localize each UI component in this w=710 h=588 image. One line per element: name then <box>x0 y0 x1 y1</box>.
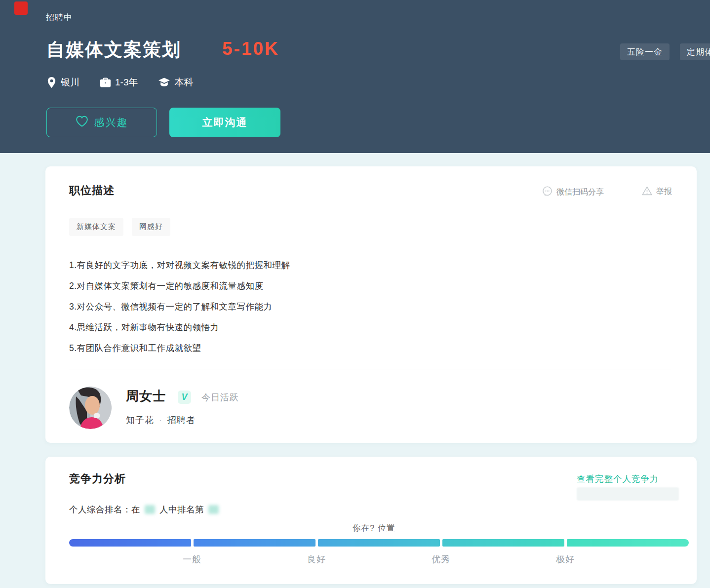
scale-label-excellent: 优秀 <box>432 553 450 565</box>
briefcase-icon <box>100 78 111 87</box>
redacted-total-count <box>145 505 155 514</box>
ranking-text-before: 个人综合排名：在 <box>69 504 140 515</box>
description-line: 2.对自媒体文案策划有一定的敏感度和流量感知度 <box>69 275 290 296</box>
blurred-tooltip-box <box>577 487 679 501</box>
chat-now-button[interactable]: 立即沟通 <box>169 108 280 137</box>
red-marker <box>14 1 28 15</box>
scale-label-outstanding: 极好 <box>556 553 575 565</box>
scale-label-average: 一般 <box>183 553 201 565</box>
recruiter-company-role: 知子花·招聘者 <box>126 414 196 426</box>
job-salary: 5-10K <box>222 39 279 59</box>
dot-separator: · <box>159 415 162 425</box>
location-pin-icon <box>47 77 56 88</box>
skill-tag: 新媒体文案 <box>69 218 123 236</box>
ranking-text-after: 人中排名第 <box>159 504 204 515</box>
personal-ranking-line: 个人综合排名：在 人中排名第 <box>69 504 223 515</box>
job-description-title: 职位描述 <box>69 183 115 198</box>
scale-label-good: 良好 <box>307 553 326 565</box>
scale-segment <box>194 539 316 547</box>
heart-icon <box>76 116 88 130</box>
job-location: 银川 <box>47 76 79 89</box>
scale-segment <box>69 539 191 547</box>
skill-tag: 网感好 <box>132 218 170 236</box>
wechat-share-icon <box>542 186 552 198</box>
report-button[interactable]: 举报 <box>642 186 672 197</box>
interested-button[interactable]: 感兴趣 <box>46 108 157 137</box>
skill-tags: 新媒体文案 网感好 <box>69 218 170 236</box>
recruiter-role: 招聘者 <box>167 415 196 425</box>
benefit-tag-checkup: 定期体检 <box>680 43 710 60</box>
benefit-tag-insurance: 五险一金 <box>620 43 670 60</box>
description-line: 5.有团队合作意识和工作成就欲望 <box>69 338 290 358</box>
section-divider <box>69 369 671 369</box>
competitiveness-title: 竞争力分析 <box>69 471 126 486</box>
job-title: 自媒体文案策划 <box>46 38 181 62</box>
job-detail-page: 招聘中 自媒体文案策划 5-10K 银川 1-3年 本科 <box>0 0 710 588</box>
recruiter-avatar[interactable] <box>69 387 112 429</box>
job-header: 招聘中 自媒体文案策划 5-10K 银川 1-3年 本科 <box>0 0 710 153</box>
job-description-text: 1.有良好的文字功底，对对视频文案有敏锐的把握和理解 2.对自媒体文案策划有一定… <box>69 255 290 358</box>
recruiter-active-status: 今日活跃 <box>201 392 239 403</box>
job-experience-label: 1-3年 <box>115 76 138 89</box>
job-meta-row: 银川 1-3年 本科 <box>47 76 193 89</box>
report-label: 举报 <box>656 187 672 197</box>
competitiveness-scale-bar <box>69 539 689 547</box>
verified-badge-icon: V <box>178 391 191 404</box>
job-location-label: 银川 <box>61 76 79 89</box>
description-line: 3.对公众号、微信视频有一定的了解和文章写作能力 <box>69 296 290 317</box>
scale-segment <box>442 539 564 547</box>
warning-triangle-icon <box>642 186 652 197</box>
view-full-competitiveness-link[interactable]: 查看完整个人竞争力 <box>577 473 659 485</box>
wechat-share-label: 微信扫码分享 <box>556 187 604 197</box>
action-buttons: 感兴趣 立即沟通 <box>46 108 280 137</box>
job-education-label: 本科 <box>174 76 193 89</box>
job-experience: 1-3年 <box>100 76 138 89</box>
scale-segment <box>318 539 440 547</box>
competitiveness-card: 竞争力分析 查看完整个人竞争力 个人综合排名：在 人中排名第 你在? 位置 一般… <box>45 457 697 584</box>
job-status: 招聘中 <box>46 12 73 23</box>
description-line: 1.有良好的文字功底，对对视频文案有敏锐的把握和理解 <box>69 255 290 275</box>
interested-label: 感兴趣 <box>94 116 128 129</box>
job-description-card: 职位描述 微信扫码分享 举报 新媒体文案 网感好 1.有良好的文字功底，对对视频… <box>45 166 697 443</box>
your-position-label: 你在? 位置 <box>353 523 395 534</box>
job-education: 本科 <box>158 76 193 89</box>
description-line: 4.思维活跃，对新事物有快速的领悟力 <box>69 317 290 338</box>
graduation-cap-icon <box>158 78 170 87</box>
recruiter-name[interactable]: 周女士 <box>126 388 166 405</box>
wechat-share-button[interactable]: 微信扫码分享 <box>542 186 604 198</box>
recruiter-company: 知子花 <box>126 415 154 425</box>
scale-segment <box>567 539 689 547</box>
redacted-rank-number <box>208 505 219 514</box>
